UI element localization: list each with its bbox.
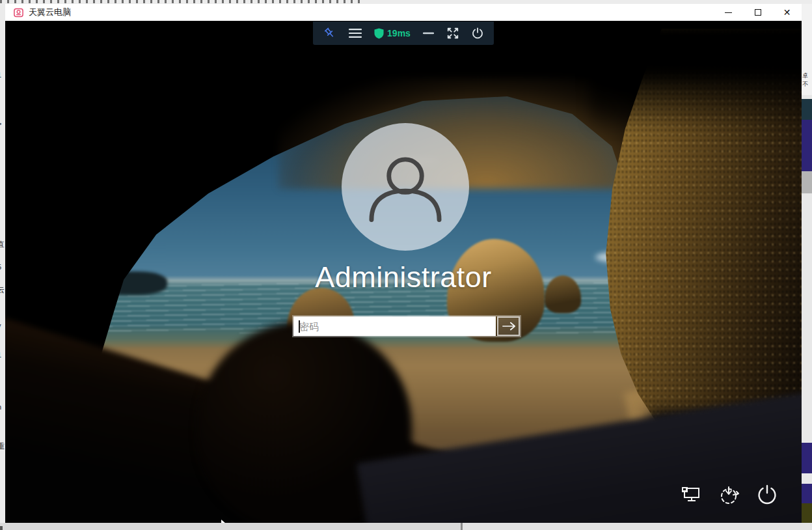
shutdown-button[interactable]	[756, 484, 778, 506]
bg-fragment: 重	[0, 443, 5, 450]
minimize-icon	[423, 32, 434, 35]
pin-icon	[323, 27, 336, 40]
connection-status: 19ms	[374, 28, 411, 39]
arrow-right-icon	[502, 321, 516, 331]
username-label: Administrator	[5, 260, 802, 294]
text-caret	[299, 320, 300, 333]
window-controls: ✕	[714, 4, 802, 21]
minimize-button[interactable]	[714, 4, 743, 21]
scrollbar-corner	[0, 526, 3, 530]
power-icon	[472, 27, 483, 40]
bg-fragment: 云	[0, 286, 5, 294]
bg-fragment: 直	[0, 241, 5, 248]
bg-fragment: 。	[0, 368, 5, 375]
bg-block	[802, 99, 812, 120]
close-icon: ✕	[783, 8, 791, 17]
menu-button[interactable]	[349, 28, 362, 38]
bg-fragment: y	[0, 322, 1, 329]
horizontal-scrollbar[interactable]	[0, 523, 812, 530]
bg-block	[802, 120, 812, 171]
pin-toolbar-button[interactable]	[323, 27, 336, 40]
ease-of-access-button[interactable]	[718, 484, 740, 506]
password-row	[292, 315, 521, 337]
minimize-icon	[725, 12, 732, 13]
background-text-smudge	[0, 0, 364, 3]
bg-block	[802, 443, 812, 473]
bg-fragment: h	[0, 404, 1, 411]
network-icon	[681, 485, 703, 505]
user-avatar	[342, 123, 469, 251]
login-footer-icons	[681, 484, 778, 506]
client-window: 天翼云电脑 ✕	[5, 4, 802, 523]
ease-of-access-icon	[719, 484, 740, 505]
scrollbar-thumb-edge[interactable]	[461, 523, 463, 530]
menu-icon	[349, 28, 362, 38]
title-bar: 天翼云电脑 ✕	[5, 4, 802, 21]
toolbar-minimize-button[interactable]	[423, 32, 434, 35]
cave-wall-shadow-top	[591, 21, 802, 151]
maximize-icon	[755, 9, 761, 16]
bg-block	[802, 503, 812, 523]
maximize-button[interactable]	[743, 4, 772, 21]
background-page-right-sliver: 卓不	[802, 4, 812, 523]
screen: 1 t > / 直 5 云 y 1 。 h 重 卓不	[0, 0, 812, 530]
app-logo-icon	[14, 8, 23, 18]
password-field-wrap	[293, 316, 496, 336]
bg-fragment: 1	[0, 72, 1, 79]
bg-fragment: 卓不	[802, 72, 812, 89]
fullscreen-button[interactable]	[446, 27, 459, 40]
bg-block	[802, 171, 812, 193]
background-page-left-sliver: 1 t > / 直 5 云 y 1 。 h 重	[0, 4, 5, 523]
network-button[interactable]	[681, 484, 703, 506]
close-button[interactable]: ✕	[772, 4, 802, 21]
scrollbar-track[interactable]	[463, 523, 812, 530]
bg-fragment: 1	[0, 352, 1, 359]
latency-value: 19ms	[387, 28, 411, 38]
password-input[interactable]	[293, 316, 496, 336]
submit-password-button[interactable]	[497, 316, 520, 336]
fullscreen-icon	[446, 27, 459, 40]
remote-desktop-screen: 19ms	[5, 21, 802, 523]
session-toolbar: 19ms	[313, 21, 494, 45]
bg-fragment: >	[0, 120, 1, 128]
disconnect-power-button[interactable]	[472, 27, 483, 40]
shield-icon	[374, 28, 384, 39]
bg-block	[802, 484, 812, 503]
person-icon	[357, 138, 454, 236]
window-title: 天翼云电脑	[29, 7, 71, 18]
power-icon	[757, 484, 778, 506]
bg-fragment: 5	[0, 264, 1, 271]
